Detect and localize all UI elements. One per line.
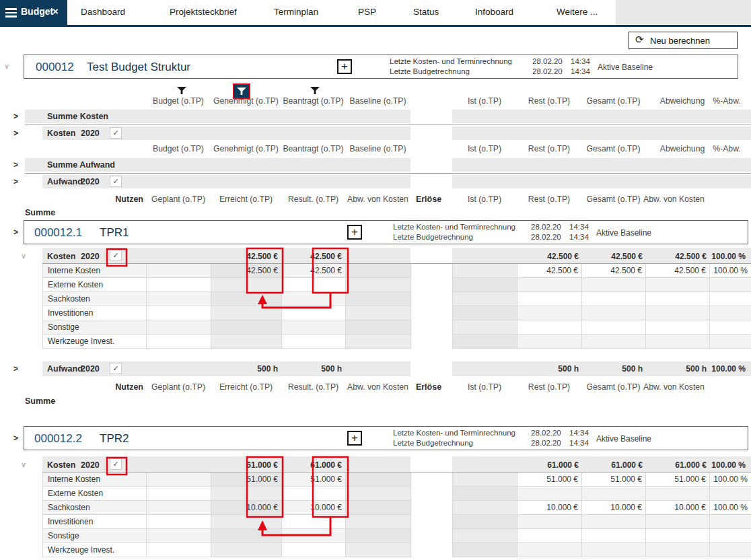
table-row[interactable]: 51.000 €51.000 €51.000 €100.00 %: [453, 473, 751, 487]
value-cell[interactable]: 51.000 €: [646, 473, 710, 487]
menu-icon[interactable]: [5, 8, 17, 20]
value-cell[interactable]: [710, 543, 751, 557]
value-cell[interactable]: [147, 515, 211, 529]
value-cell[interactable]: [453, 543, 517, 557]
value-cell[interactable]: [646, 320, 710, 335]
value-cell[interactable]: [646, 278, 710, 292]
chevron-right-icon[interactable]: >: [13, 228, 18, 237]
value-cell[interactable]: [710, 278, 751, 292]
chevron-down-icon[interactable]: ∨: [21, 252, 26, 260]
close-icon[interactable]: ×: [52, 5, 59, 17]
value-cell[interactable]: [517, 306, 582, 320]
value-cell[interactable]: 10.000 €: [646, 501, 710, 515]
value-cell[interactable]: [517, 529, 582, 543]
value-cell[interactable]: [646, 292, 710, 306]
value-cell[interactable]: [147, 529, 211, 543]
table-row[interactable]: [453, 320, 751, 335]
table-row[interactable]: [453, 515, 751, 529]
value-cell[interactable]: [346, 278, 411, 292]
tab-weitere[interactable]: Weitere ...: [557, 7, 598, 17]
value-cell[interactable]: [582, 306, 646, 320]
value-cell[interactable]: [582, 278, 646, 292]
value-cell[interactable]: [517, 292, 582, 306]
genehmigt-value[interactable]: 500 h: [211, 364, 278, 374]
table-row[interactable]: Sachkosten: [43, 292, 411, 306]
value-cell[interactable]: [211, 543, 282, 557]
funnel-filter-icon[interactable]: [177, 85, 186, 94]
value-cell[interactable]: [710, 529, 751, 543]
tab-terminplan[interactable]: Terminplan: [274, 7, 318, 17]
tab-status[interactable]: Status: [413, 7, 439, 17]
table-row[interactable]: [453, 487, 751, 501]
value-cell[interactable]: 100.00 %: [710, 264, 751, 278]
value-cell[interactable]: [282, 292, 346, 306]
value-cell[interactable]: [646, 335, 710, 349]
chevron-right-icon[interactable]: >: [13, 112, 18, 121]
value-cell[interactable]: [147, 335, 211, 349]
value-cell[interactable]: [346, 320, 411, 335]
value-cell[interactable]: [710, 320, 751, 335]
value-cell[interactable]: [453, 320, 517, 335]
value-cell[interactable]: [282, 306, 346, 320]
value-cell[interactable]: [582, 543, 646, 557]
table-row[interactable]: Sonstige: [43, 320, 411, 335]
value-cell[interactable]: [346, 501, 411, 515]
value-cell[interactable]: [517, 278, 582, 292]
value-cell[interactable]: [517, 515, 582, 529]
value-cell[interactable]: [211, 529, 282, 543]
value-cell[interactable]: 10.000 €: [282, 501, 346, 515]
value-cell[interactable]: [147, 501, 211, 515]
value-cell[interactable]: [282, 487, 346, 501]
table-row[interactable]: [453, 292, 751, 306]
value-cell[interactable]: [453, 292, 517, 306]
value-cell[interactable]: [211, 515, 282, 529]
value-cell[interactable]: [282, 543, 346, 557]
recalculate-button[interactable]: ⟳ Neu berechnen: [629, 32, 738, 49]
value-cell[interactable]: [582, 292, 646, 306]
tab-psp[interactable]: PSP: [358, 7, 376, 17]
table-row[interactable]: [453, 278, 751, 292]
value-cell[interactable]: [517, 335, 582, 349]
table-row[interactable]: Werkzeuge Invest.: [43, 335, 411, 349]
chevron-right-icon[interactable]: >: [13, 129, 18, 138]
value-cell[interactable]: [346, 487, 411, 501]
add-button[interactable]: +: [347, 431, 362, 446]
value-cell[interactable]: [453, 473, 517, 487]
table-row[interactable]: Sachkosten10.000 €10.000 €: [43, 501, 411, 515]
value-cell[interactable]: [582, 335, 646, 349]
value-cell[interactable]: 51.000 €: [582, 473, 646, 487]
value-cell[interactable]: [346, 335, 411, 349]
value-cell[interactable]: [517, 543, 582, 557]
table-row[interactable]: Sonstige: [43, 529, 411, 543]
value-cell[interactable]: [582, 320, 646, 335]
value-cell[interactable]: [453, 515, 517, 529]
beantragt-value[interactable]: 61.000 €: [278, 460, 342, 470]
table-row[interactable]: Interne Kosten51.000 €51.000 €: [43, 473, 411, 487]
value-cell[interactable]: [282, 529, 346, 543]
value-cell[interactable]: 42.500 €: [646, 264, 710, 278]
value-cell[interactable]: 51.000 €: [517, 473, 582, 487]
value-cell[interactable]: [453, 278, 517, 292]
value-cell[interactable]: [211, 306, 282, 320]
value-cell[interactable]: 10.000 €: [517, 501, 582, 515]
table-row[interactable]: Externe Kosten: [43, 278, 411, 292]
value-cell[interactable]: 51.000 €: [211, 473, 282, 487]
value-cell[interactable]: [646, 543, 710, 557]
value-cell[interactable]: [710, 487, 751, 501]
checkbox[interactable]: ✓: [110, 250, 122, 261]
checkbox[interactable]: ✓: [110, 127, 122, 139]
value-cell[interactable]: [211, 320, 282, 335]
value-cell[interactable]: [211, 487, 282, 501]
value-cell[interactable]: 42.500 €: [517, 264, 582, 278]
value-cell[interactable]: [582, 487, 646, 501]
value-cell[interactable]: [346, 529, 411, 543]
value-cell[interactable]: [453, 264, 517, 278]
value-cell[interactable]: 42.500 €: [282, 264, 346, 278]
value-cell[interactable]: [282, 515, 346, 529]
table-row[interactable]: Externe Kosten: [43, 487, 411, 501]
tab-dashboard[interactable]: Dashboard: [81, 7, 125, 17]
value-cell[interactable]: [282, 320, 346, 335]
add-button[interactable]: +: [337, 59, 352, 74]
value-cell[interactable]: [710, 335, 751, 349]
value-cell[interactable]: [282, 335, 346, 349]
